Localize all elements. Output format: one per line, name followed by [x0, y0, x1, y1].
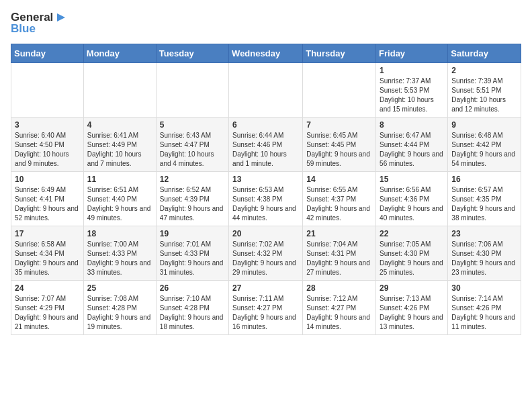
day-header-monday: Monday [83, 44, 156, 62]
week-row-1: 1Sunrise: 7:37 AM Sunset: 5:53 PM Daylig… [11, 62, 521, 117]
day-info: Sunrise: 7:04 AM Sunset: 4:31 PM Dayligh… [306, 240, 372, 277]
day-number: 13 [232, 175, 299, 184]
day-info: Sunrise: 6:40 AM Sunset: 4:50 PM Dayligh… [15, 131, 80, 169]
day-number: 15 [380, 175, 444, 184]
calendar: SundayMondayTuesdayWednesdayThursdayFrid… [11, 44, 521, 335]
day-header-thursday: Thursday [303, 44, 376, 62]
logo-container: General Blue [11, 11, 68, 36]
calendar-cell: 13Sunrise: 6:53 AM Sunset: 4:38 PM Dayli… [229, 171, 303, 226]
calendar-cell [303, 62, 376, 117]
day-number: 9 [451, 120, 517, 130]
calendar-header-row: SundayMondayTuesdayWednesdayThursdayFrid… [11, 44, 521, 62]
calendar-cell [83, 62, 156, 117]
day-number: 18 [87, 229, 152, 238]
day-info: Sunrise: 6:43 AM Sunset: 4:47 PM Dayligh… [160, 131, 225, 169]
day-number: 8 [380, 120, 444, 130]
day-info: Sunrise: 6:48 AM Sunset: 4:42 PM Dayligh… [451, 131, 517, 169]
calendar-cell: 6Sunrise: 6:44 AM Sunset: 4:46 PM Daylig… [229, 117, 303, 171]
day-info: Sunrise: 6:56 AM Sunset: 4:36 PM Dayligh… [380, 185, 444, 223]
calendar-cell: 16Sunrise: 6:57 AM Sunset: 4:35 PM Dayli… [448, 171, 521, 226]
day-info: Sunrise: 7:05 AM Sunset: 4:30 PM Dayligh… [380, 240, 444, 277]
calendar-cell [11, 62, 84, 117]
day-info: Sunrise: 6:55 AM Sunset: 4:37 PM Dayligh… [306, 185, 372, 223]
day-number: 12 [160, 175, 225, 184]
day-number: 28 [306, 283, 372, 293]
day-info: Sunrise: 6:51 AM Sunset: 4:40 PM Dayligh… [87, 185, 152, 223]
week-row-3: 10Sunrise: 6:49 AM Sunset: 4:41 PM Dayli… [11, 171, 521, 226]
day-info: Sunrise: 7:06 AM Sunset: 4:30 PM Dayligh… [451, 240, 517, 277]
calendar-cell: 19Sunrise: 7:01 AM Sunset: 4:33 PM Dayli… [156, 226, 228, 280]
calendar-cell [229, 62, 303, 117]
day-info: Sunrise: 6:58 AM Sunset: 4:34 PM Dayligh… [15, 240, 80, 277]
calendar-cell: 20Sunrise: 7:02 AM Sunset: 4:32 PM Dayli… [229, 226, 303, 280]
calendar-cell: 30Sunrise: 7:14 AM Sunset: 4:26 PM Dayli… [448, 280, 521, 334]
day-number: 22 [380, 229, 444, 238]
week-row-2: 3Sunrise: 6:40 AM Sunset: 4:50 PM Daylig… [11, 117, 521, 171]
calendar-cell [156, 62, 228, 117]
calendar-cell: 7Sunrise: 6:45 AM Sunset: 4:45 PM Daylig… [303, 117, 376, 171]
calendar-cell: 18Sunrise: 7:00 AM Sunset: 4:33 PM Dayli… [83, 226, 156, 280]
day-number: 29 [380, 283, 444, 293]
day-number: 24 [15, 283, 80, 293]
day-number: 26 [160, 283, 225, 293]
day-number: 17 [15, 229, 80, 238]
logo-blue: Blue [11, 23, 68, 36]
day-info: Sunrise: 7:11 AM Sunset: 4:27 PM Dayligh… [232, 294, 299, 332]
calendar-cell: 27Sunrise: 7:11 AM Sunset: 4:27 PM Dayli… [229, 280, 303, 334]
calendar-cell: 2Sunrise: 7:39 AM Sunset: 5:51 PM Daylig… [448, 62, 521, 117]
day-info: Sunrise: 6:57 AM Sunset: 4:35 PM Dayligh… [451, 185, 517, 223]
day-info: Sunrise: 6:49 AM Sunset: 4:41 PM Dayligh… [15, 185, 80, 223]
calendar-cell: 11Sunrise: 6:51 AM Sunset: 4:40 PM Dayli… [83, 171, 156, 226]
calendar-cell: 10Sunrise: 6:49 AM Sunset: 4:41 PM Dayli… [11, 171, 84, 226]
day-info: Sunrise: 6:52 AM Sunset: 4:39 PM Dayligh… [160, 185, 225, 223]
svg-marker-0 [57, 13, 65, 21]
calendar-cell: 17Sunrise: 6:58 AM Sunset: 4:34 PM Dayli… [11, 226, 84, 280]
calendar-cell: 5Sunrise: 6:43 AM Sunset: 4:47 PM Daylig… [156, 117, 228, 171]
day-header-saturday: Saturday [448, 44, 521, 62]
calendar-cell: 21Sunrise: 7:04 AM Sunset: 4:31 PM Dayli… [303, 226, 376, 280]
day-number: 2 [451, 66, 517, 75]
day-info: Sunrise: 6:44 AM Sunset: 4:46 PM Dayligh… [232, 131, 299, 169]
day-info: Sunrise: 6:41 AM Sunset: 4:49 PM Dayligh… [87, 131, 152, 169]
day-info: Sunrise: 7:08 AM Sunset: 4:28 PM Dayligh… [87, 294, 152, 332]
calendar-cell: 25Sunrise: 7:08 AM Sunset: 4:28 PM Dayli… [83, 280, 156, 334]
day-info: Sunrise: 6:47 AM Sunset: 4:44 PM Dayligh… [380, 131, 444, 169]
day-info: Sunrise: 7:37 AM Sunset: 5:53 PM Dayligh… [380, 77, 444, 114]
day-header-wednesday: Wednesday [229, 44, 303, 62]
logo: General Blue [11, 11, 68, 36]
header: General Blue [11, 11, 521, 36]
calendar-cell: 26Sunrise: 7:10 AM Sunset: 4:28 PM Dayli… [156, 280, 228, 334]
day-number: 20 [232, 229, 299, 238]
day-number: 10 [15, 175, 80, 184]
day-number: 1 [380, 66, 444, 75]
day-number: 19 [160, 229, 225, 238]
day-info: Sunrise: 7:01 AM Sunset: 4:33 PM Dayligh… [160, 240, 225, 277]
day-number: 7 [306, 120, 372, 130]
day-number: 14 [306, 175, 372, 184]
day-number: 4 [87, 120, 152, 130]
calendar-cell: 1Sunrise: 7:37 AM Sunset: 5:53 PM Daylig… [376, 62, 448, 117]
week-row-4: 17Sunrise: 6:58 AM Sunset: 4:34 PM Dayli… [11, 226, 521, 280]
calendar-cell: 29Sunrise: 7:13 AM Sunset: 4:26 PM Dayli… [376, 280, 448, 334]
day-number: 21 [306, 229, 372, 238]
logo-arrow-icon [54, 11, 68, 24]
day-info: Sunrise: 7:12 AM Sunset: 4:27 PM Dayligh… [306, 294, 372, 332]
calendar-cell: 3Sunrise: 6:40 AM Sunset: 4:50 PM Daylig… [11, 117, 84, 171]
day-info: Sunrise: 7:14 AM Sunset: 4:26 PM Dayligh… [451, 294, 517, 332]
calendar-cell: 12Sunrise: 6:52 AM Sunset: 4:39 PM Dayli… [156, 171, 228, 226]
day-number: 23 [451, 229, 517, 238]
week-row-5: 24Sunrise: 7:07 AM Sunset: 4:29 PM Dayli… [11, 280, 521, 334]
day-info: Sunrise: 7:00 AM Sunset: 4:33 PM Dayligh… [87, 240, 152, 277]
day-number: 16 [451, 175, 517, 184]
day-number: 11 [87, 175, 152, 184]
day-header-sunday: Sunday [11, 44, 84, 62]
calendar-cell: 15Sunrise: 6:56 AM Sunset: 4:36 PM Dayli… [376, 171, 448, 226]
calendar-cell: 28Sunrise: 7:12 AM Sunset: 4:27 PM Dayli… [303, 280, 376, 334]
day-info: Sunrise: 7:39 AM Sunset: 5:51 PM Dayligh… [451, 77, 517, 114]
day-info: Sunrise: 7:07 AM Sunset: 4:29 PM Dayligh… [15, 294, 80, 332]
day-info: Sunrise: 6:53 AM Sunset: 4:38 PM Dayligh… [232, 185, 299, 223]
calendar-cell: 4Sunrise: 6:41 AM Sunset: 4:49 PM Daylig… [83, 117, 156, 171]
day-info: Sunrise: 7:02 AM Sunset: 4:32 PM Dayligh… [232, 240, 299, 277]
day-number: 27 [232, 283, 299, 293]
day-info: Sunrise: 7:13 AM Sunset: 4:26 PM Dayligh… [380, 294, 444, 332]
